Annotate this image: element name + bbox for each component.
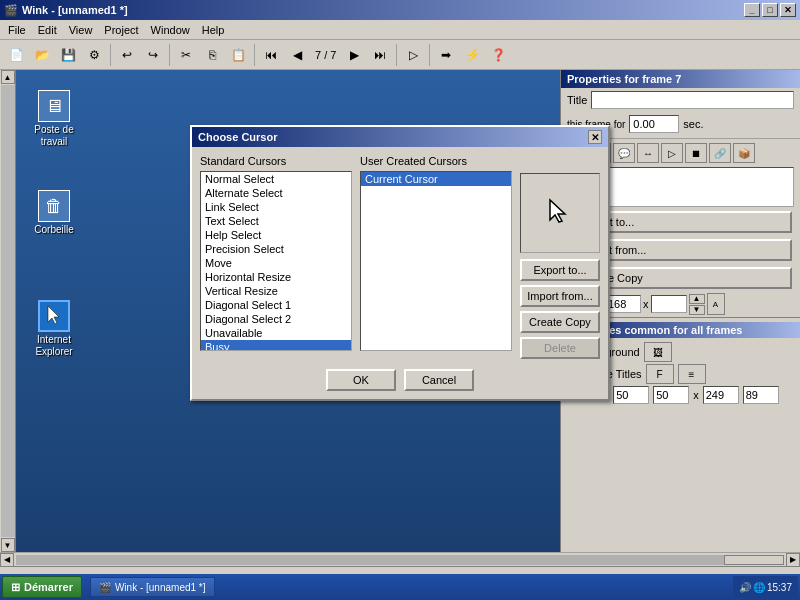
frametitles-font-btn[interactable]: F: [646, 364, 674, 384]
tb-icon-7[interactable]: 🔗: [709, 143, 731, 163]
pos-w-input[interactable]: [703, 386, 739, 404]
tb-export-button[interactable]: ➡: [434, 43, 458, 67]
dialog-close-button[interactable]: ✕: [588, 130, 602, 144]
menu-view[interactable]: View: [63, 22, 99, 38]
taskbar: ⊞ Démarrer 🎬 Wink - [unnamed1 *] 🔊 🌐 15:…: [0, 574, 800, 600]
tb-prev-button[interactable]: ◀: [285, 43, 309, 67]
tb-help-button[interactable]: ❓: [486, 43, 510, 67]
tb-settings-button[interactable]: ⚙: [82, 43, 106, 67]
frame-title-row: Title: [561, 88, 800, 112]
maximize-button[interactable]: □: [762, 3, 778, 17]
cursor-precision-select[interactable]: Precision Select: [201, 242, 351, 256]
desktop-icon-trash[interactable]: 🗑 Corbeille: [24, 190, 84, 236]
menu-edit[interactable]: Edit: [32, 22, 63, 38]
pos-y-input[interactable]: [653, 386, 689, 404]
taskbar-tray: 🔊 🌐 15:37: [733, 576, 798, 598]
tb-undo-button[interactable]: ↩: [115, 43, 139, 67]
start-button[interactable]: ⊞ Démarrer: [2, 576, 82, 598]
frametitles-align-btn[interactable]: ≡: [678, 364, 706, 384]
cursor-horizontal-resize[interactable]: Horizontal Resize: [201, 270, 351, 284]
frame-title-input[interactable]: [591, 91, 794, 109]
delete-button[interactable]: Delete: [520, 337, 600, 359]
menu-help[interactable]: Help: [196, 22, 231, 38]
tb-icon-8[interactable]: 📦: [733, 143, 755, 163]
export-button[interactable]: Export to...: [520, 259, 600, 281]
cursor-move[interactable]: Move: [201, 256, 351, 270]
cancel-button[interactable]: Cancel: [404, 369, 474, 391]
h-scrollbar: ◀ ▶: [0, 552, 800, 566]
tb-preview-button[interactable]: ▷: [401, 43, 425, 67]
y-input[interactable]: [605, 295, 641, 313]
cursor-unavailable[interactable]: Unavailable: [201, 326, 351, 340]
cursor-normal-select[interactable]: Normal Select: [201, 172, 351, 186]
taskbar-app-item[interactable]: 🎬 Wink - [unnamed1 *]: [90, 577, 215, 597]
tb-play-button[interactable]: ▶: [342, 43, 366, 67]
scroll-up-arrow[interactable]: ▲: [1, 70, 15, 84]
scroll-down-arrow[interactable]: ▼: [1, 538, 15, 552]
tb-save-button[interactable]: 💾: [56, 43, 80, 67]
tb-icon-4[interactable]: ↔: [637, 143, 659, 163]
duration-input[interactable]: [629, 115, 679, 133]
tb-icon-6[interactable]: ⏹: [685, 143, 707, 163]
ie-label: InternetExplorer: [35, 334, 72, 358]
app-title: Wink - [unnamed1 *]: [22, 4, 128, 16]
cursor-vertical-resize[interactable]: Vertical Resize: [201, 284, 351, 298]
down-arrow[interactable]: ▼: [689, 305, 705, 315]
cursor-help-select[interactable]: Help Select: [201, 228, 351, 242]
tb-redo-button[interactable]: ↪: [141, 43, 165, 67]
cursor-link-select[interactable]: Link Select: [201, 200, 351, 214]
standard-cursors-list[interactable]: Normal Select Alternate Select Link Sele…: [200, 171, 352, 351]
cursor-diagonal-1[interactable]: Diagonal Select 1: [201, 298, 351, 312]
tray-time: 15:37: [767, 582, 792, 593]
tb-first-button[interactable]: ⏮: [259, 43, 283, 67]
pos-x-input[interactable]: [613, 386, 649, 404]
minimize-button[interactable]: _: [744, 3, 760, 17]
tb-new-button[interactable]: 📄: [4, 43, 28, 67]
menu-file[interactable]: File: [2, 22, 32, 38]
h-scroll-left[interactable]: ◀: [0, 553, 14, 567]
title-bar-controls: _ □ ✕: [744, 3, 796, 17]
ie-icon: [38, 300, 70, 332]
create-copy-btn[interactable]: Create Copy: [520, 311, 600, 333]
pos-h-input[interactable]: [743, 386, 779, 404]
tb-paste-button[interactable]: 📋: [226, 43, 250, 67]
desktop-icon-computer[interactable]: 🖥 Poste detravail: [24, 90, 84, 148]
cursor-text-select[interactable]: Text Select: [201, 214, 351, 228]
tb-copy-button[interactable]: ⎘: [200, 43, 224, 67]
background-icon-btn[interactable]: 🖼: [644, 342, 672, 362]
tb-last-button[interactable]: ⏭: [368, 43, 392, 67]
taskbar-app-icon: 🎬: [99, 582, 111, 593]
cursor-alternate-select[interactable]: Alternate Select: [201, 186, 351, 200]
menu-bar: File Edit View Project Window Help: [0, 20, 800, 40]
font-btn[interactable]: A: [707, 293, 725, 315]
choose-cursor-dialog[interactable]: Choose Cursor ✕ Standard Cursors Normal …: [190, 125, 610, 401]
tb-icon-3[interactable]: 💬: [613, 143, 635, 163]
desktop-icon-ie[interactable]: InternetExplorer: [24, 300, 84, 358]
h-scroll-right[interactable]: ▶: [786, 553, 800, 567]
svg-marker-0: [48, 306, 59, 324]
cursor-busy[interactable]: Busy: [201, 340, 351, 351]
ok-button[interactable]: OK: [326, 369, 396, 391]
cursor-diagonal-2[interactable]: Diagonal Select 2: [201, 312, 351, 326]
import-button[interactable]: Import from...: [520, 285, 600, 307]
pos-x-label: x: [693, 389, 699, 401]
tray-icon-1: 🔊: [739, 582, 751, 593]
trash-label: Corbeille: [34, 224, 73, 236]
user-cursors-list[interactable]: Current Cursor: [360, 171, 512, 351]
tb-separator-5: [429, 44, 430, 66]
tb-icon-5[interactable]: ▷: [661, 143, 683, 163]
dialog-columns: Standard Cursors Normal Select Alternate…: [200, 155, 600, 359]
tb-open-button[interactable]: 📂: [30, 43, 54, 67]
menu-project[interactable]: Project: [98, 22, 144, 38]
w-input[interactable]: [651, 295, 687, 313]
close-button[interactable]: ✕: [780, 3, 796, 17]
up-arrow[interactable]: ▲: [689, 294, 705, 304]
user-cursors-label: User Created Cursors: [360, 155, 512, 167]
tb-separator-2: [169, 44, 170, 66]
tb-flash-button[interactable]: ⚡: [460, 43, 484, 67]
tb-separator-4: [396, 44, 397, 66]
cursor-current[interactable]: Current Cursor: [361, 172, 511, 186]
tb-cut-button[interactable]: ✂: [174, 43, 198, 67]
menu-window[interactable]: Window: [145, 22, 196, 38]
h-scroll-track[interactable]: [16, 555, 784, 565]
